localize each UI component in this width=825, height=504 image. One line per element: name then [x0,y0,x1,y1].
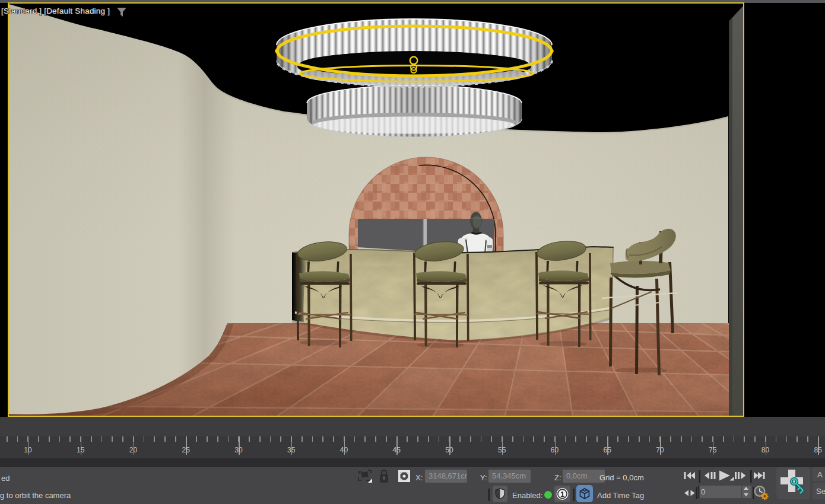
svg-text:1: 1 [560,490,564,499]
